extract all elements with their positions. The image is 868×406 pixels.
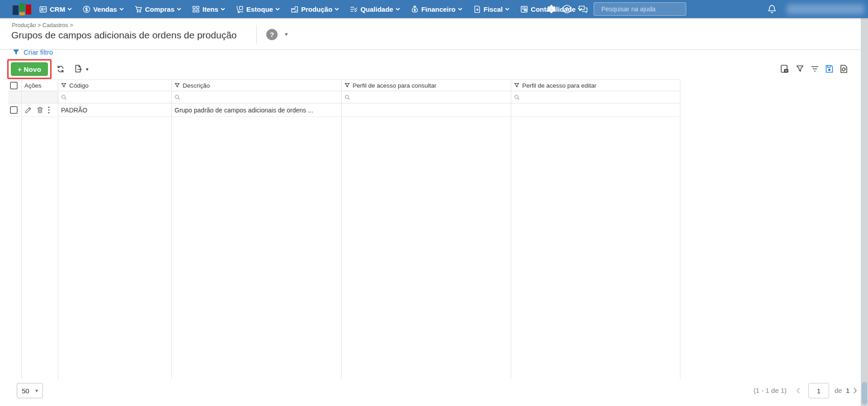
export-button[interactable] [74,64,83,73]
user-account-name[interactable] [787,4,864,14]
notifications-bell-icon[interactable] [767,4,777,16]
menu-estoque[interactable]: Estoque [236,5,280,14]
row-actions-cell [22,103,58,117]
refresh-button[interactable] [56,65,65,74]
page-size-select[interactable]: 50 ▾ [17,383,43,398]
filter-lines-button[interactable] [811,65,819,72]
header-perfil-consultar[interactable]: Perfil de acesso para consultar [342,80,511,91]
chat-icon[interactable] [578,4,589,14]
kebab-menu-icon[interactable] [48,106,50,114]
search-icon [175,94,180,100]
descricao-value: Grupo padrão de campos adicionais de ord… [175,107,313,114]
page-help-caret-icon[interactable]: ▾ [285,31,288,37]
cell-perfil-editar [511,103,680,117]
chevron-down-icon [221,8,225,11]
save-view-button[interactable] [825,64,834,74]
topbar-utility-icons: ? [546,0,589,18]
settings-gear-icon[interactable] [546,4,556,14]
app-logo-icon[interactable] [13,3,33,15]
highlight-annotation [7,59,52,79]
filter-input-perfil-editar[interactable] [523,94,677,101]
filter-input-codigo[interactable] [70,94,169,101]
filter-cell-empty [8,91,22,103]
main-menu: CRM Vendas Compras Itens Estoque Produçã… [39,0,582,18]
vertical-scrollbar[interactable] [861,18,868,406]
codigo-value: PADRÃO [61,107,87,114]
empty-col [22,117,58,379]
header-label: Perfil de acesso para consultar [353,82,436,89]
scrollbar-thumb[interactable] [862,382,867,405]
filter-input-perfil-consultar[interactable] [353,94,508,101]
menu-label: Fiscal [484,5,503,13]
chevron-down-icon [119,8,124,11]
empty-col [342,117,511,379]
header-actions: Ações [22,80,58,91]
delete-trash-icon[interactable] [36,106,44,114]
menu-fiscal[interactable]: Fiscal [473,5,510,14]
filter-input-descricao[interactable] [183,94,339,101]
header-perfil-editar[interactable]: Perfil de acesso para editar [511,80,680,91]
filter-cell-descricao[interactable] [172,91,342,103]
help-search-input[interactable] [601,5,683,13]
next-page-button[interactable] [852,387,859,395]
menu-label: Itens [203,5,218,13]
caret-down-icon: ▾ [35,387,38,394]
empty-col [172,117,342,379]
page-help-icon[interactable]: ? [266,29,278,40]
empty-col [8,117,22,379]
page-number-input[interactable] [808,383,829,398]
breadcrumb[interactable]: Produção > Cadastros > [12,22,73,28]
chevron-down-icon [177,8,181,11]
restore-view-button[interactable] [839,64,849,74]
header-codigo[interactable]: Código [58,80,172,91]
column-settings-button[interactable] [780,64,789,74]
pagination-total: 1 [846,387,849,394]
menu-compras[interactable]: Compras [134,5,181,14]
divider [256,25,257,44]
column-filter-icon[interactable] [344,83,350,88]
pagination-of-label: de [835,387,842,394]
row-select-cell [8,103,22,117]
header-actions-label: Ações [24,82,42,89]
svg-text:?: ? [565,6,568,12]
menu-financeiro[interactable]: Financeiro [410,5,462,14]
create-filter-link[interactable]: Criar filtro [13,48,53,56]
empty-col [58,117,172,379]
header-label: Perfil de acesso para editar [522,82,596,89]
column-filter-icon[interactable] [175,83,180,88]
filter-cell-codigo[interactable] [58,91,172,103]
select-all-checkbox[interactable] [10,82,18,89]
edit-pencil-icon[interactable] [24,106,32,114]
grid-empty-body [8,117,680,379]
header-descricao[interactable]: Descrição [172,80,342,91]
finance-money-bag-icon [410,5,419,14]
menu-qualidade[interactable]: Qualidade [349,5,400,14]
row-checkbox[interactable] [10,106,18,114]
stock-hand-truck-icon [236,5,244,14]
export-caret-icon[interactable]: ▾ [86,66,89,72]
create-filter-label: Criar filtro [24,48,53,56]
column-filter-icon[interactable] [514,83,519,88]
prev-page-button[interactable] [794,387,802,395]
column-filter-icon[interactable] [61,83,66,88]
sales-dollar-icon [82,5,91,14]
header-select-all-cell [8,80,22,91]
filter-funnel-icon [13,49,19,55]
empty-col [511,117,680,379]
filter-funnel-button[interactable] [796,65,804,73]
menu-itens[interactable]: Itens [192,5,225,14]
help-search-box[interactable] [594,2,686,16]
menu-label: Qualidade [360,5,393,13]
search-icon [61,94,67,100]
filter-cell-perfil-consultar[interactable] [342,91,511,103]
menu-crm[interactable]: CRM [39,5,72,14]
filter-cell-perfil-editar[interactable] [511,91,680,103]
table-row[interactable]: PADRÃO Grupo padrão de campos adicionais… [8,103,680,117]
help-icon[interactable]: ? [562,4,572,14]
cell-codigo: PADRÃO [58,103,172,117]
cell-perfil-consultar [342,103,511,117]
quality-checklist-icon [349,5,358,14]
menu-producao[interactable]: Produção [290,5,339,14]
cell-descricao: Grupo padrão de campos adicionais de ord… [172,103,342,117]
menu-vendas[interactable]: Vendas [82,5,124,14]
